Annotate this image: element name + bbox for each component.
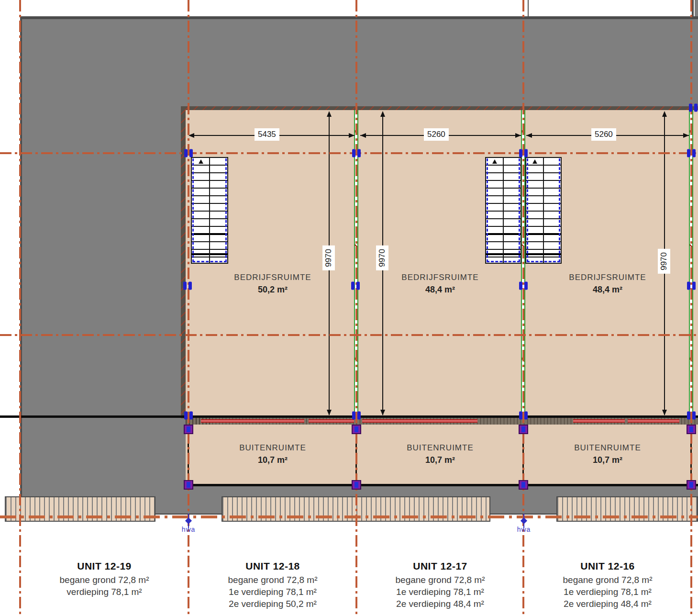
- stair-direction-arrow-icon: [532, 159, 537, 164]
- stair-direction-arrow-icon: [199, 159, 203, 164]
- stair-overhead-dashed: [527, 158, 560, 262]
- room-label: BEDRIJFSRUIMTE: [234, 273, 311, 282]
- roof-seam-line: [528, 0, 529, 17]
- railing-red-segment: [309, 419, 354, 423]
- unit-area-line: 1e verdieping 78,1 m²: [191, 586, 354, 598]
- room-label: BUITENRUIMTE: [239, 443, 306, 453]
- unit-area-line: begane grond 72,8 m²: [359, 574, 521, 586]
- dimension-label: 5260: [591, 128, 616, 141]
- unit-area-line: begane grond 72,8 m²: [526, 574, 689, 586]
- stair-overhead-dashed: [192, 158, 227, 262]
- dimension-arrow-icon: [526, 133, 532, 138]
- column-post: [352, 480, 361, 490]
- survey-marker-icon: [687, 412, 696, 420]
- dimension-arrow-icon: [662, 111, 667, 117]
- hwa-drain-icon: [520, 516, 528, 525]
- grid-line-vertical: [355, 0, 357, 616]
- grid-line-horizontal: [0, 152, 698, 154]
- unit-area-line: verdieping 78,1 m²: [23, 586, 186, 598]
- unit-title: UNIT 12-18: [191, 560, 354, 572]
- hwa-drain-icon: [184, 516, 193, 525]
- dimension-label: 9970: [376, 246, 388, 270]
- stair-overhead-dashed: [487, 158, 520, 262]
- outdoor-front-line: [186, 484, 698, 486]
- dimension-arrow-icon: [349, 133, 355, 138]
- unit-area-line: 2e verdieping 48,4 m²: [526, 598, 689, 610]
- dimension-arrow-icon: [683, 133, 689, 138]
- grid-line-horizontal: [0, 334, 698, 336]
- survey-marker-icon: [183, 282, 192, 290]
- survey-marker-icon: [519, 412, 528, 420]
- dimension-label: 9970: [658, 249, 670, 274]
- room-area: 48,4 m²: [593, 285, 622, 295]
- dimension-arrow-icon: [380, 111, 385, 117]
- room-area: 10,7 m²: [425, 455, 455, 465]
- dimension-arrow-icon: [360, 133, 366, 138]
- room-label: BUITENRUIMTE: [407, 443, 474, 453]
- survey-marker-icon: [184, 412, 193, 420]
- room-label: BUITENRUIMTE: [574, 443, 641, 453]
- hwa-label: hwa: [517, 526, 531, 533]
- unit-title: UNIT 12-19: [23, 560, 186, 572]
- column-post: [184, 425, 193, 434]
- dimension-arrow-icon: [380, 410, 385, 415]
- unit-area-line: 1e verdieping 78,1 m²: [359, 586, 521, 598]
- column-post: [519, 425, 528, 434]
- survey-marker-icon: [687, 149, 696, 157]
- dimension-label: 5435: [255, 128, 279, 141]
- dimension-arrow-icon: [327, 410, 332, 415]
- room-area: 10,7 m²: [258, 455, 288, 465]
- column-post: [687, 425, 696, 434]
- unit-title: UNIT 12-17: [359, 560, 521, 572]
- railing-red-segment: [573, 419, 625, 423]
- stair: [525, 157, 562, 264]
- survey-marker-icon: [351, 282, 360, 290]
- stair: [191, 157, 228, 264]
- hwa-label: hwa: [182, 526, 196, 533]
- dimension-arrow-icon: [327, 111, 332, 117]
- unit-area-line: begane grond 72,8 m²: [191, 574, 354, 586]
- survey-marker-icon: [519, 282, 528, 290]
- building-top-edge: [21, 16, 698, 19]
- outdoor-area: [186, 425, 698, 484]
- unit-area-line: begane grond 72,8 m²: [23, 574, 186, 586]
- railing-red-segment: [362, 419, 477, 423]
- stair-direction-arrow-icon: [492, 159, 497, 164]
- survey-marker-icon: [519, 149, 528, 157]
- room-area: 10,7 m²: [593, 455, 622, 465]
- column-post: [687, 480, 696, 490]
- survey-marker-icon: [184, 149, 193, 157]
- unit-area-line: 1e verdieping 78,1 m²: [526, 586, 689, 598]
- unit-info: UNIT 12-18 begane grond 72,8 m² 1e verdi…: [191, 560, 354, 610]
- room-area: 48,4 m²: [425, 285, 455, 295]
- exterior-wall-top: [181, 106, 698, 110]
- unit-area-line: 2e verdieping 50,2 m²: [191, 598, 354, 610]
- column-post: [352, 425, 361, 434]
- unit-area-line: 2e verdieping 48,4 m²: [359, 598, 521, 610]
- unit-title: UNIT 12-16: [526, 560, 689, 572]
- unit-info: UNIT 12-16 begane grond 72,8 m² 1e verdi…: [526, 560, 689, 610]
- dimension-label: 9970: [322, 246, 335, 270]
- column-post: [184, 480, 193, 490]
- column-post: [519, 480, 528, 490]
- unit-info: UNIT 12-17 begane grond 72,8 m² 1e verdi…: [359, 560, 521, 610]
- dimension-label: 5260: [424, 128, 449, 141]
- room-label: BEDRIJFSRUIMTE: [401, 273, 478, 282]
- unit-info: UNIT 12-19 begane grond 72,8 m² verdiepi…: [23, 560, 186, 598]
- floor-area: [186, 110, 698, 416]
- railing-red-segment: [201, 419, 304, 423]
- dimension-arrow-icon: [515, 133, 521, 138]
- dimension-arrow-icon: [662, 410, 667, 415]
- survey-marker-icon: [352, 412, 361, 420]
- survey-marker-icon: [687, 282, 696, 290]
- survey-marker-icon: [352, 149, 361, 157]
- stair: [485, 157, 521, 264]
- floor-plan-drawing: 5435 5260 5260 9970 9970 9970 BEDRIJFSRU…: [0, 0, 698, 616]
- grid-line-vertical: [19, 0, 21, 616]
- grid-line-vertical: [690, 0, 692, 616]
- survey-marker-icon: [689, 104, 698, 112]
- grid-line-horizontal: [0, 515, 698, 518]
- room-label: BEDRIJFSRUIMTE: [569, 273, 646, 282]
- railing-red-segment: [628, 419, 679, 423]
- room-area: 50,2 m²: [258, 285, 288, 295]
